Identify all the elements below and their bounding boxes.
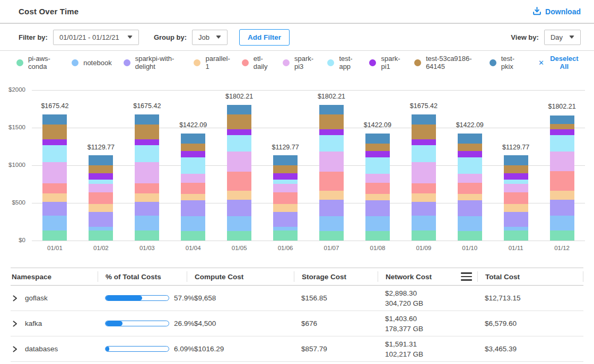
bar-segment-test-app[interactable] — [227, 135, 251, 152]
legend-item-spark-pi1[interactable]: spark-pi1 — [369, 55, 402, 70]
stacked-bar-01/07[interactable] — [319, 105, 344, 241]
bar-segment-sparkpi-with-delight[interactable] — [319, 200, 344, 217]
table-row-databases[interactable]: databases6.09%$1016.29$857.79$1,591.3110… — [11, 336, 583, 362]
bar-segment-test-app[interactable] — [42, 145, 67, 162]
view-by-select[interactable]: Day — [544, 30, 581, 45]
bar-segment-parallel-1[interactable] — [135, 193, 159, 202]
bar-segment-notebook[interactable] — [319, 216, 344, 230]
bar-segment-spark-pi3[interactable] — [365, 174, 390, 183]
bar-segment-test-app[interactable] — [319, 135, 344, 152]
stacked-bar-01/05[interactable] — [227, 105, 251, 241]
bar-segment-test-pkix[interactable] — [42, 114, 67, 125]
bar-segment-pi-aws-conda[interactable] — [504, 230, 528, 241]
stacked-bar-01/12[interactable] — [550, 116, 574, 241]
bar-segment-test-53ca9186-64145[interactable] — [273, 165, 298, 173]
bar-segment-test-pkix[interactable] — [135, 114, 159, 125]
group-by-select[interactable]: Job — [192, 30, 228, 45]
bar-segment-test-app[interactable] — [89, 180, 113, 184]
bar-segment-test-pkix[interactable] — [89, 155, 113, 165]
legend-item-etl-daily[interactable]: etl-daily — [242, 55, 271, 70]
stacked-bar-01/02[interactable] — [89, 155, 113, 241]
download-button[interactable]: Download — [532, 6, 581, 17]
bar-segment-spark-pi1[interactable] — [504, 173, 528, 179]
chevron-right-icon[interactable] — [12, 346, 18, 352]
bar-segment-pi-aws-conda[interactable] — [181, 231, 205, 241]
legend-item-test-pkix[interactable]: test-pkix — [490, 55, 520, 70]
bar-segment-notebook[interactable] — [504, 227, 528, 230]
bar-segment-test-53ca9186-64145[interactable] — [135, 125, 159, 139]
legend-item-test-53ca9186-64145[interactable]: test-53ca9186-64145 — [414, 55, 478, 70]
bar-segment-spark-pi1[interactable] — [227, 129, 251, 135]
bar-segment-spark-pi1[interactable] — [412, 139, 436, 146]
bar-segment-notebook[interactable] — [227, 216, 251, 230]
bar-segment-test-app[interactable] — [504, 180, 528, 184]
bar-segment-parallel-1[interactable] — [504, 204, 528, 212]
stacked-bar-01/06[interactable] — [273, 155, 298, 241]
bar-segment-test-pkix[interactable] — [181, 134, 205, 144]
bar-segment-etl-daily[interactable] — [273, 192, 298, 203]
table-row-kafka[interactable]: kafka26.9%$4,500$676$1,403.60178,377 GB$… — [11, 311, 583, 336]
bar-segment-spark-pi1[interactable] — [273, 173, 298, 179]
chevron-right-icon[interactable] — [12, 321, 18, 327]
bar-segment-test-app[interactable] — [273, 180, 298, 184]
column-menu-icon[interactable] — [461, 271, 472, 282]
bar-segment-pi-aws-conda[interactable] — [227, 231, 251, 241]
bar-segment-etl-daily[interactable] — [412, 183, 436, 193]
bar-segment-test-pkix[interactable] — [458, 134, 482, 144]
bar-segment-spark-pi1[interactable] — [550, 129, 574, 135]
bar-segment-sparkpi-with-delight[interactable] — [227, 200, 251, 217]
bar-segment-notebook[interactable] — [550, 216, 574, 230]
bar-segment-notebook[interactable] — [458, 216, 482, 231]
bar-segment-sparkpi-with-delight[interactable] — [42, 202, 67, 216]
bar-segment-spark-pi3[interactable] — [89, 184, 113, 193]
legend-item-pi-aws-conda[interactable]: pi-aws-conda — [16, 55, 60, 70]
bar-segment-etl-daily[interactable] — [550, 171, 574, 191]
stacked-bar-01/09[interactable] — [412, 114, 436, 241]
bar-segment-notebook[interactable] — [89, 227, 113, 230]
bar-segment-pi-aws-conda[interactable] — [319, 231, 344, 241]
bar-segment-sparkpi-with-delight[interactable] — [458, 200, 482, 216]
bar-segment-test-53ca9186-64145[interactable] — [227, 114, 251, 129]
stacked-bar-01/03[interactable] — [135, 114, 159, 241]
bar-segment-parallel-1[interactable] — [227, 191, 251, 200]
bar-segment-spark-pi1[interactable] — [42, 139, 67, 146]
bar-segment-pi-aws-conda[interactable] — [412, 230, 436, 241]
table-row-goflask[interactable]: goflask57.9%$9,658$156.85$2,898.30304,72… — [11, 286, 583, 311]
stacked-bar-01/08[interactable] — [365, 134, 390, 241]
bar-segment-parallel-1[interactable] — [42, 193, 67, 202]
bar-segment-test-pkix[interactable] — [412, 114, 436, 125]
bar-segment-notebook[interactable] — [42, 216, 67, 231]
bar-segment-sparkpi-with-delight[interactable] — [550, 200, 574, 216]
bar-segment-notebook[interactable] — [135, 216, 159, 231]
bar-segment-sparkpi-with-delight[interactable] — [504, 212, 528, 226]
stacked-bar-01/11[interactable] — [504, 155, 528, 241]
stacked-bar-01/10[interactable] — [458, 134, 482, 241]
bar-segment-spark-pi1[interactable] — [365, 151, 390, 157]
bar-segment-notebook[interactable] — [181, 216, 205, 231]
bar-segment-test-app[interactable] — [135, 145, 159, 162]
bar-segment-test-53ca9186-64145[interactable] — [365, 144, 390, 152]
bar-segment-etl-daily[interactable] — [135, 183, 159, 193]
bar-segment-spark-pi1[interactable] — [319, 129, 344, 135]
bar-segment-notebook[interactable] — [365, 216, 390, 231]
bar-segment-pi-aws-conda[interactable] — [458, 231, 482, 241]
bar-segment-sparkpi-with-delight[interactable] — [412, 202, 436, 216]
bar-segment-notebook[interactable] — [273, 227, 298, 230]
bar-segment-test-app[interactable] — [365, 157, 390, 174]
bar-segment-pi-aws-conda[interactable] — [273, 230, 298, 241]
bar-segment-notebook[interactable] — [412, 216, 436, 231]
legend-item-notebook[interactable]: notebook — [72, 59, 112, 67]
date-range-select[interactable]: 01/01/21 - 01/12/21 — [53, 30, 139, 45]
bar-segment-parallel-1[interactable] — [550, 191, 574, 200]
bar-segment-etl-daily[interactable] — [89, 192, 113, 203]
bar-segment-parallel-1[interactable] — [458, 194, 482, 201]
bar-segment-pi-aws-conda[interactable] — [135, 230, 159, 241]
bar-segment-parallel-1[interactable] — [412, 193, 436, 202]
bar-segment-etl-daily[interactable] — [181, 183, 205, 194]
bar-segment-test-53ca9186-64145[interactable] — [42, 125, 67, 139]
bar-segment-spark-pi1[interactable] — [135, 139, 159, 146]
bar-segment-spark-pi3[interactable] — [42, 162, 67, 184]
bar-segment-spark-pi1[interactable] — [89, 173, 113, 179]
bar-segment-etl-daily[interactable] — [504, 192, 528, 203]
bar-segment-sparkpi-with-delight[interactable] — [181, 200, 205, 216]
